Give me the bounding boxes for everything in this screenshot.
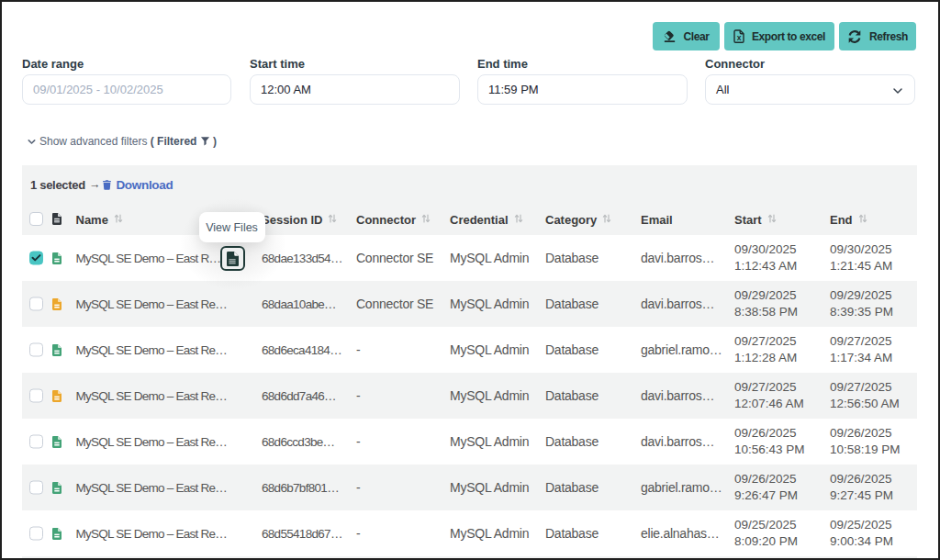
svg-text:x: x [737, 33, 742, 42]
